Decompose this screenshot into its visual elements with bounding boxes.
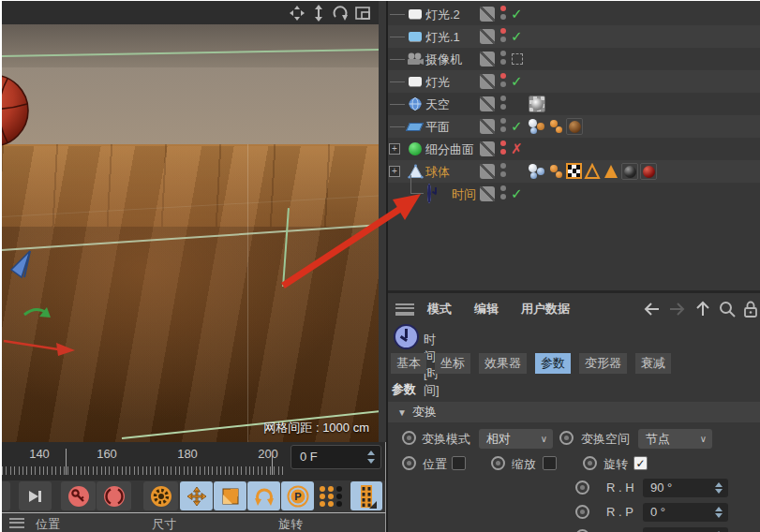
history-back-icon[interactable] bbox=[643, 300, 662, 318]
black-material-tag[interactable] bbox=[621, 163, 638, 180]
frame-spinner[interactable] bbox=[367, 446, 376, 468]
object-row-time[interactable]: 时间 ✓ bbox=[388, 183, 760, 205]
visibility-dots[interactable] bbox=[500, 28, 507, 45]
enabled-check-icon[interactable]: ✓ bbox=[511, 118, 523, 135]
history-forward-icon[interactable] bbox=[667, 300, 686, 318]
object-row-light2[interactable]: 灯光.2 ✓ bbox=[388, 3, 760, 25]
object-name[interactable]: 细分曲面 bbox=[425, 141, 474, 158]
object-axis-gizmo[interactable] bbox=[2, 227, 88, 358]
compositing-tag[interactable] bbox=[547, 118, 564, 135]
disabled-cross-icon[interactable]: ✗ bbox=[511, 140, 523, 157]
enabled-check-icon[interactable]: ✓ bbox=[511, 28, 523, 45]
compositing-tag[interactable] bbox=[547, 163, 564, 180]
object-name[interactable]: 平面 bbox=[425, 119, 450, 136]
object-row-sky[interactable]: 天空 bbox=[388, 93, 760, 115]
record-parameter-toggle[interactable]: P bbox=[281, 481, 314, 510]
menu-mode[interactable]: 模式 bbox=[427, 301, 452, 318]
visibility-dots[interactable] bbox=[500, 185, 507, 202]
coordinate-menu-icon[interactable] bbox=[9, 518, 24, 528]
lock-icon[interactable] bbox=[741, 300, 760, 318]
visibility-dots[interactable] bbox=[500, 163, 507, 180]
layer-toggle[interactable] bbox=[480, 29, 495, 44]
object-name-selected[interactable]: 时间 bbox=[452, 186, 476, 203]
object-row-subdivision[interactable]: + 细分曲面 ✗ bbox=[388, 138, 760, 160]
layer-toggle[interactable] bbox=[480, 119, 495, 134]
rp-spinner[interactable] bbox=[715, 503, 723, 522]
basketball-object[interactable] bbox=[2, 71, 32, 150]
enabled-check-icon[interactable]: ✓ bbox=[511, 6, 523, 22]
object-name-selected[interactable]: 球体 bbox=[425, 164, 450, 181]
position-checkbox[interactable] bbox=[452, 456, 466, 470]
object-row-plane[interactable]: 平面 ✓ bbox=[388, 115, 760, 138]
object-name[interactable]: 天空 bbox=[425, 96, 450, 113]
layer-toggle[interactable] bbox=[480, 74, 495, 89]
layer-toggle[interactable] bbox=[480, 186, 495, 201]
record-rotation-toggle[interactable] bbox=[247, 481, 280, 510]
keyframe-circle[interactable] bbox=[559, 431, 574, 445]
expand-icon[interactable]: + bbox=[389, 166, 400, 177]
tab-coordinates[interactable]: 坐标 bbox=[435, 353, 470, 374]
timeline-ruler[interactable]: 140 160 180 200 0 F bbox=[2, 442, 386, 480]
rb-field[interactable]: 0 ° bbox=[643, 527, 728, 532]
3d-viewport[interactable]: 网格间距 : 1000 cm bbox=[2, 1, 379, 442]
object-row-light1[interactable]: 灯光.1 ✓ bbox=[388, 25, 760, 48]
object-row-light[interactable]: 灯光 ✓ bbox=[388, 70, 760, 93]
uvw-tag[interactable] bbox=[566, 163, 582, 179]
keyframe-settings-button[interactable] bbox=[143, 481, 178, 510]
record-scale-toggle[interactable] bbox=[214, 481, 246, 510]
autokey-button[interactable] bbox=[97, 481, 131, 510]
layer-toggle[interactable] bbox=[480, 7, 495, 22]
object-name[interactable]: 摄像机 bbox=[425, 52, 462, 68]
layer-toggle[interactable] bbox=[480, 164, 495, 179]
tab-effector[interactable]: 效果器 bbox=[479, 353, 527, 374]
visibility-dots[interactable] bbox=[500, 6, 507, 22]
sky-texture-tag[interactable] bbox=[529, 96, 545, 112]
visibility-dots[interactable] bbox=[500, 140, 507, 157]
keyframe-circle[interactable] bbox=[491, 456, 505, 470]
object-row-camera[interactable]: 摄像机 bbox=[388, 48, 760, 70]
layer-toggle[interactable] bbox=[480, 141, 495, 156]
wood-material-tag[interactable] bbox=[566, 118, 583, 135]
keyframe-circle[interactable] bbox=[575, 505, 589, 519]
layer-toggle[interactable] bbox=[480, 96, 495, 111]
layer-toggle[interactable] bbox=[480, 52, 495, 66]
record-position-toggle[interactable] bbox=[180, 481, 213, 510]
ruler-tick-strip[interactable] bbox=[2, 466, 285, 475]
phong-tag[interactable] bbox=[529, 118, 545, 135]
viewport-maximize-icon[interactable] bbox=[354, 5, 371, 22]
camera-dolly-icon[interactable] bbox=[310, 5, 327, 22]
timeline-panel-button[interactable] bbox=[350, 481, 382, 510]
rb-spinner[interactable] bbox=[715, 527, 723, 532]
camera-active-toggle-icon[interactable] bbox=[512, 53, 523, 65]
point-level-animation-toggle[interactable] bbox=[315, 481, 348, 510]
rh-field[interactable]: 90 ° bbox=[643, 479, 728, 497]
current-frame-field[interactable]: 0 F bbox=[291, 445, 381, 469]
keyframe-circle[interactable] bbox=[575, 480, 589, 495]
transform-space-select[interactable]: 节点 ∨ bbox=[638, 429, 712, 449]
transform-group-header[interactable]: ▼变换 bbox=[388, 402, 760, 422]
attribute-menu-icon[interactable] bbox=[395, 303, 414, 316]
goto-next-key-button[interactable] bbox=[19, 481, 52, 510]
keyframe-circle[interactable] bbox=[402, 431, 416, 445]
visibility-dots[interactable] bbox=[500, 96, 507, 112]
rotation-checkbox-checked[interactable]: ✓ bbox=[633, 456, 648, 470]
object-name[interactable]: 灯光 bbox=[425, 74, 450, 91]
menu-edit[interactable]: 编辑 bbox=[474, 301, 499, 318]
axis-x-arrow[interactable] bbox=[4, 341, 58, 349]
visibility-dots[interactable] bbox=[500, 73, 507, 90]
transform-mode-select[interactable]: 相对 ∨ bbox=[479, 429, 553, 449]
polygon-selection-tag-filled[interactable] bbox=[603, 163, 619, 180]
phong-tag[interactable] bbox=[529, 163, 545, 180]
object-row-sphere[interactable]: + 球体 bbox=[388, 160, 760, 183]
tab-parameter-active[interactable]: 参数 bbox=[535, 353, 571, 374]
rh-spinner[interactable] bbox=[715, 479, 723, 497]
rp-field[interactable]: 0 ° bbox=[643, 503, 728, 522]
red-material-tag[interactable] bbox=[640, 163, 657, 180]
tab-deformer[interactable]: 变形器 bbox=[579, 353, 627, 374]
keyframe-circle[interactable] bbox=[583, 456, 597, 470]
expand-icon[interactable]: + bbox=[389, 143, 400, 155]
object-name[interactable]: 灯光.1 bbox=[425, 29, 460, 46]
parent-up-icon[interactable] bbox=[693, 300, 712, 318]
tab-falloff[interactable]: 衰减 bbox=[635, 353, 671, 374]
record-keyframe-button[interactable] bbox=[61, 481, 96, 510]
